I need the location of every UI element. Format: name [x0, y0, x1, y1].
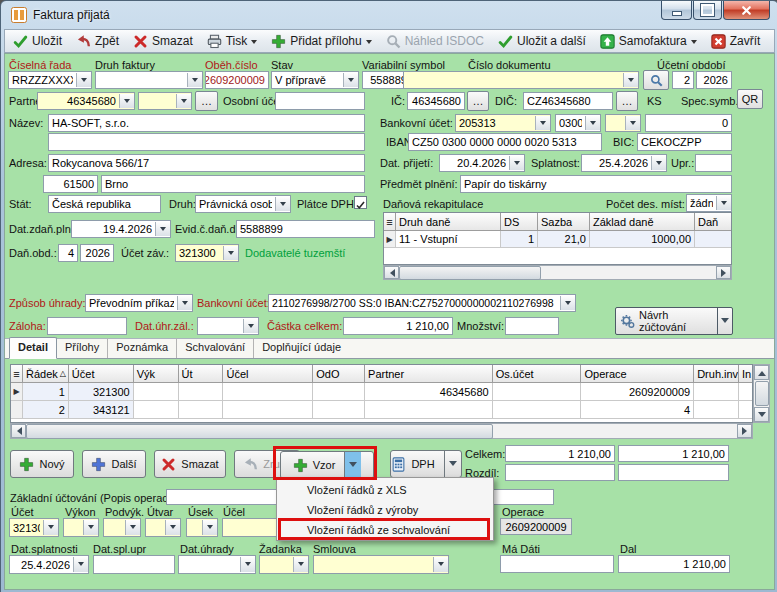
chevron-down-icon[interactable]	[223, 246, 238, 260]
nazev2-field[interactable]	[48, 133, 365, 151]
chevron-down-icon[interactable]	[535, 116, 550, 130]
isdoc-preview-button[interactable]: Náhled ISDOC	[386, 34, 484, 49]
detail-grid-vscrollbar[interactable]	[753, 364, 770, 423]
maximize-button[interactable]	[693, 1, 722, 20]
chevron-down-icon[interactable]	[623, 73, 638, 87]
chevron-down-icon[interactable]	[585, 116, 600, 130]
stat-field[interactable]: Česká republika	[48, 195, 161, 213]
dan-obd-mesic-field[interactable]: 4	[58, 244, 78, 262]
castka-celkem-field[interactable]: 1 210,00	[343, 317, 453, 335]
title-bar[interactable]: Faktura přijatá	[1, 1, 777, 29]
splatnost-combo[interactable]: 25.4.2026	[581, 154, 667, 172]
footer-ucet-combo[interactable]: 321300	[9, 518, 59, 537]
zaloha-field[interactable]	[47, 317, 127, 335]
add-attachment-button[interactable]: Přidat přílohu	[271, 34, 371, 49]
col-ucet[interactable]: Účet	[69, 365, 134, 383]
chevron-down-icon[interactable]	[625, 116, 640, 130]
tax-col-sazba[interactable]: Sazba	[538, 213, 590, 231]
dat-uhrady-combo[interactable]	[178, 555, 256, 574]
chevron-down-icon[interactable]	[177, 296, 192, 310]
chevron-down-icon[interactable]	[119, 94, 134, 108]
upr-field[interactable]	[695, 154, 732, 172]
chevron-down-icon[interactable]	[125, 520, 140, 535]
partner-combo[interactable]: 46345680	[37, 92, 135, 110]
ks-combo[interactable]	[605, 114, 641, 132]
close-button[interactable]	[723, 1, 770, 20]
psc-field[interactable]: 61500	[43, 175, 98, 193]
ucetni-obdobi-rok-field[interactable]: 2026	[696, 71, 732, 89]
scroll-down-button[interactable]	[754, 407, 769, 422]
col-odo[interactable]: OdO	[313, 365, 365, 383]
menu-item-vlozeni-vyroba[interactable]: Vložení řádků z výroby	[277, 500, 493, 520]
footer-vykon-combo[interactable]	[63, 518, 99, 537]
chevron-down-icon[interactable]	[293, 557, 308, 572]
ic-browse-button[interactable]: …	[467, 91, 489, 111]
dat-prijeti-combo[interactable]: 20.4.2026	[439, 154, 525, 172]
chevron-down-icon[interactable]	[651, 156, 666, 170]
qr-button[interactable]: QR	[737, 89, 763, 109]
tab-poznamka[interactable]: Poznámka	[108, 338, 177, 358]
ciselna-rada-combo[interactable]: RRZZZXXXXX	[8, 71, 92, 89]
navrh-zuctovani-button[interactable]: Návrh zúčtování	[615, 307, 733, 335]
chevron-down-icon[interactable]	[155, 222, 170, 236]
platce-dph-checkbox[interactable]	[354, 196, 367, 209]
tax-col-dan[interactable]: Daň	[695, 213, 731, 231]
detail-grid-hscrollbar[interactable]	[10, 423, 753, 439]
cislo-dokumentu-combo[interactable]	[403, 71, 639, 89]
chevron-down-icon[interactable]	[43, 520, 58, 535]
grid-row-1[interactable]: ▶ 1 321300 46345680 2609200009	[11, 383, 752, 401]
chevron-down-icon[interactable]	[165, 520, 180, 535]
grid-selector-icon[interactable]: ≡	[11, 365, 23, 383]
dalsi-button[interactable]: Další	[82, 450, 146, 478]
smazat-button[interactable]: Smazat	[154, 450, 226, 478]
dan-obd-rok-field[interactable]: 2026	[80, 244, 114, 262]
dph-button[interactable]: DPH	[390, 450, 462, 478]
predmet-plneni-field[interactable]: Papír do tiskárny	[460, 175, 732, 193]
obeh-cislo-field[interactable]: 2609200009	[205, 71, 269, 89]
payment-bank-combo[interactable]: 2110276998/2700 SS:0 IBAN:CZ752700000000…	[268, 294, 576, 312]
menu-item-vlozeni-xls[interactable]: Vložení řádků z XLS	[277, 480, 493, 500]
scroll-left-button[interactable]	[384, 266, 399, 279]
evid-c-dan-d-field[interactable]: 5588899	[236, 220, 375, 238]
tab-prilohy[interactable]: Přílohy	[57, 338, 108, 358]
chevron-down-icon[interactable]	[717, 308, 732, 334]
dph-dropdown-arrow[interactable]	[444, 451, 461, 477]
tax-col-druh-dane[interactable]: Druh daně	[396, 213, 501, 231]
col-vyk[interactable]: Výk	[134, 365, 179, 383]
dat-spl-upr-field[interactable]	[93, 555, 175, 574]
footer-usek-combo[interactable]	[186, 518, 218, 537]
chevron-down-icon[interactable]	[76, 73, 91, 87]
tax-col-ds[interactable]: DS	[501, 213, 538, 231]
col-ut[interactable]: Út	[179, 365, 224, 383]
scrollbar-thumb[interactable]	[26, 424, 493, 439]
tax-col-zaklad[interactable]: Základ daně	[590, 213, 695, 231]
spec-symb-field[interactable]: 0	[645, 114, 732, 132]
col-partner[interactable]: Partner	[365, 365, 493, 383]
undo-button[interactable]: Zpět	[76, 34, 119, 49]
mnozstvi-field[interactable]	[505, 317, 559, 335]
druh-combo[interactable]: Právnická osoba	[195, 195, 291, 213]
novy-button[interactable]: Nový	[10, 450, 74, 478]
chevron-down-icon[interactable]	[240, 557, 255, 572]
zpusob-uhrady-combo[interactable]: Převodním příkazem	[85, 294, 193, 312]
menu-item-vlozeni-schvalovani[interactable]: Vložení řádků ze schvalování	[277, 520, 493, 540]
ucetni-obdobi-mesic-field[interactable]: 2	[672, 71, 694, 89]
chevron-down-icon[interactable]	[187, 73, 202, 87]
save-button[interactable]: Uložit	[13, 34, 62, 49]
tax-table-row[interactable]: ▶ 11 - Vstupní 1 21,0 1000,00	[384, 231, 731, 248]
osobni-ucet-field[interactable]	[275, 92, 365, 110]
self-invoice-button[interactable]: Samofaktura	[600, 34, 697, 49]
bank-kod-combo[interactable]: 0300	[555, 114, 601, 132]
save-and-next-button[interactable]: Uložit a další	[498, 34, 586, 49]
scroll-right-button[interactable]	[737, 424, 752, 438]
col-in[interactable]: In	[739, 365, 752, 383]
dat-uhr-zal-combo[interactable]	[197, 317, 259, 335]
chevron-down-icon[interactable]	[343, 73, 358, 87]
dat-splatnosti-combo[interactable]: 25.4.2026	[9, 555, 89, 574]
tax-table-hscrollbar[interactable]	[383, 265, 732, 280]
footer-utvar-combo[interactable]	[145, 518, 181, 537]
close-form-button[interactable]: Zavřít	[711, 34, 761, 49]
grid-selector-icon[interactable]: ≡	[384, 213, 396, 231]
vzor-dropdown-arrow[interactable]	[344, 452, 361, 478]
dic-browse-button[interactable]: …	[616, 91, 638, 111]
